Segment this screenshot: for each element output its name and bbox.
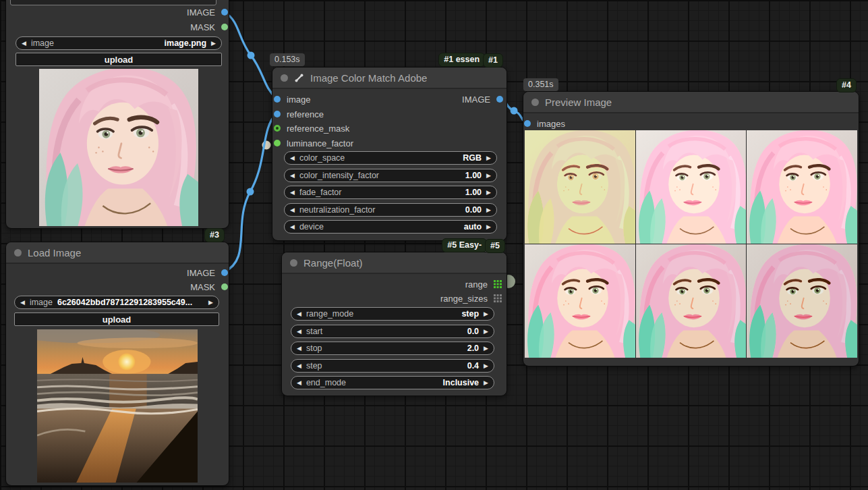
next-arrow-icon[interactable]: ▶ (486, 207, 491, 213)
collapse-dot[interactable] (281, 74, 288, 82)
link-midpoint-dot (248, 52, 255, 59)
cutoff-widget[interactable] (10, 0, 216, 5)
node-graph-canvas[interactable]: IMAGE MASK ◀ image image.png ▶ upload #3… (0, 0, 868, 490)
output-label: MASK (190, 282, 215, 292)
grid-output-icon[interactable] (494, 280, 502, 288)
input-label: image (287, 94, 310, 105)
widget-value: 1.00 (465, 171, 482, 180)
image-combo-widget[interactable]: ◀ image 6c26042bbd78712291283955c49... ▶ (14, 296, 219, 309)
input-label: reference (287, 109, 324, 119)
prev-arrow-icon[interactable]: ◀ (297, 346, 301, 352)
widget-end-mode[interactable]: ◀ end_mode Inclusive ▶ (291, 376, 494, 389)
node-image-color-match[interactable]: 0.153s #1 essen #1 Image Color Match Ado… (272, 67, 507, 241)
node-load-image-bottom[interactable]: #3 Load Image IMAGE MASK ◀ image 6c26042… (5, 242, 229, 486)
next-arrow-icon[interactable]: ▶ (486, 190, 491, 196)
input-label: reference_mask (287, 124, 349, 134)
input-label: images (537, 119, 565, 129)
prev-arrow-icon[interactable]: ◀ (290, 207, 295, 213)
node-load-image-top[interactable]: IMAGE MASK ◀ image image.png ▶ upload (5, 0, 229, 229)
output-row-image: IMAGE (462, 92, 507, 106)
node-header[interactable]: Load Image (6, 242, 229, 264)
node-title: Preview Image (545, 97, 612, 108)
preview-image-cell[interactable] (747, 244, 857, 358)
link-midpoint-dot (247, 188, 254, 196)
widget-name: range_mode (306, 309, 457, 319)
widget-device[interactable]: ◀ device auto ▶ (284, 220, 497, 234)
widget-value: 0.4 (467, 361, 479, 371)
image-combo-widget[interactable]: ◀ image image.png ▶ (16, 36, 222, 50)
output-slot-image[interactable] (221, 269, 228, 276)
link-midpoint-dot (511, 107, 518, 115)
prev-arrow-icon[interactable]: ◀ (297, 311, 301, 317)
preview-image-cell[interactable] (636, 244, 747, 358)
preview-image-cell[interactable] (525, 130, 635, 244)
widget-stop[interactable]: ◀ stop 2.0 ▶ (291, 342, 494, 355)
upload-button[interactable]: upload (14, 312, 219, 326)
upload-button[interactable]: upload (16, 53, 222, 66)
next-arrow-icon[interactable]: ▶ (484, 346, 488, 352)
output-row-range: range (465, 277, 502, 291)
widget-name: step (306, 361, 463, 371)
preview-image-cell[interactable] (636, 130, 747, 244)
input-slot-luminance-factor[interactable] (274, 140, 281, 146)
prev-arrow-icon[interactable]: ◀ (297, 363, 301, 369)
node-preview-image[interactable]: 0.351s #4 Preview Image images (523, 91, 859, 366)
next-arrow-icon[interactable]: ▶ (486, 224, 491, 230)
preview-image-cell[interactable] (525, 244, 635, 358)
node-id-badges: #5 Easy- #5 (442, 238, 505, 252)
widget-value: Inclusive (443, 378, 480, 387)
input-slot-images[interactable] (524, 120, 531, 127)
prev-arrow-icon[interactable]: ◀ (22, 40, 26, 47)
widget-color-intensity-factor[interactable]: ◀ color_intensity_factor 1.00 ▶ (284, 169, 497, 182)
widget-value: 0.00 (465, 205, 482, 215)
output-slot-image[interactable] (221, 9, 228, 16)
node-range-float[interactable]: #5 Easy- #5 Range(Float) range range_siz… (281, 252, 507, 396)
next-arrow-icon[interactable]: ▶ (484, 311, 488, 317)
preview-image-cell[interactable] (747, 130, 857, 244)
node-header[interactable]: Image Color Match Adobe (272, 67, 507, 89)
grid-output-icon[interactable] (494, 294, 502, 302)
input-row-reference: reference (274, 107, 324, 121)
output-slot-mask[interactable] (221, 24, 228, 30)
widget-value: 0.0 (467, 327, 479, 336)
node-header[interactable]: Range(Float) (282, 252, 507, 274)
widget-color-space[interactable]: ◀ color_space RGB ▶ (284, 151, 497, 165)
execution-time-badge: 0.153s (270, 53, 305, 66)
input-slot-reference-mask[interactable] (274, 125, 281, 132)
input-slot-reference[interactable] (274, 111, 281, 117)
output-label: IMAGE (187, 7, 215, 18)
prev-arrow-icon[interactable]: ◀ (297, 380, 301, 386)
widget-value: step (461, 309, 479, 319)
node-title: Range(Float) (303, 257, 363, 269)
output-row-image: IMAGE (187, 5, 229, 19)
prev-arrow-icon[interactable]: ◀ (297, 329, 301, 335)
next-arrow-icon[interactable]: ▶ (486, 155, 491, 161)
next-arrow-icon[interactable]: ▶ (208, 300, 213, 306)
prev-arrow-icon[interactable]: ◀ (290, 155, 295, 161)
node-header[interactable]: Preview Image (523, 92, 859, 113)
node-id-badge: #4 (836, 78, 857, 92)
output-row-mask: MASK (190, 280, 229, 294)
node-id-badge: #5 Easy- (442, 238, 487, 252)
widget-start[interactable]: ◀ start 0.0 ▶ (291, 325, 494, 338)
next-arrow-icon[interactable]: ▶ (211, 40, 216, 47)
collapse-dot[interactable] (531, 99, 539, 106)
collapse-dot[interactable] (14, 249, 22, 256)
widget-range-mode[interactable]: ◀ range_mode step ▶ (291, 307, 494, 321)
input-label: luminance_factor (287, 138, 353, 148)
prev-arrow-icon[interactable]: ◀ (20, 300, 25, 306)
prev-arrow-icon[interactable]: ◀ (290, 190, 295, 196)
output-slot-mask[interactable] (221, 283, 228, 290)
input-slot-image[interactable] (274, 96, 281, 103)
prev-arrow-icon[interactable]: ◀ (290, 224, 295, 230)
widget-neutralization-factor[interactable]: ◀ neutralization_factor 0.00 ▶ (284, 203, 497, 217)
next-arrow-icon[interactable]: ▶ (484, 363, 488, 369)
widget-step[interactable]: ◀ step 0.4 ▶ (291, 359, 494, 373)
next-arrow-icon[interactable]: ▶ (484, 329, 488, 335)
prev-arrow-icon[interactable]: ◀ (290, 173, 295, 179)
next-arrow-icon[interactable]: ▶ (484, 380, 488, 386)
output-slot-image[interactable] (496, 96, 503, 103)
collapse-dot[interactable] (290, 259, 297, 267)
widget-fade-factor[interactable]: ◀ fade_factor 1.00 ▶ (284, 186, 497, 199)
next-arrow-icon[interactable]: ▶ (486, 173, 491, 179)
